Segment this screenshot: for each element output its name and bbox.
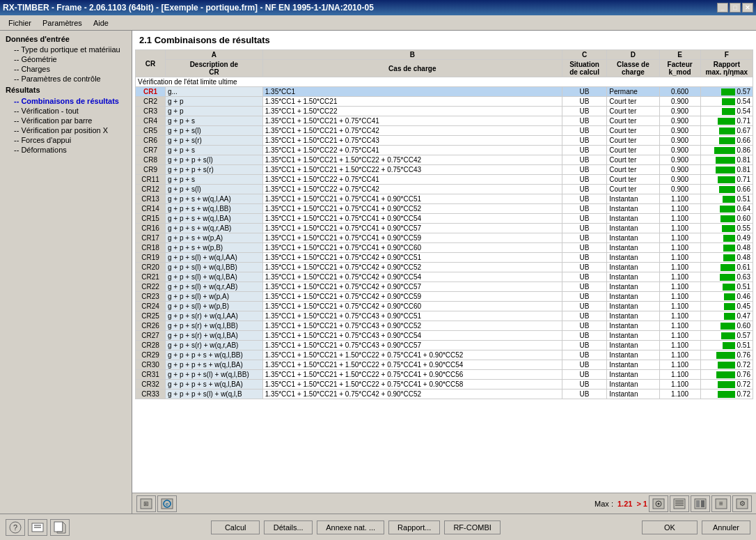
sidebar-item-geometrie[interactable]: -- Géométrie xyxy=(0,54,132,64)
table-row[interactable]: CR32g + p + p + s + w(q,l,BA)1.35*CC1 + … xyxy=(136,380,753,389)
table-row[interactable]: CR30g + p + p + s + w(q,l,BA)1.35*CC1 + … xyxy=(136,360,753,370)
cell-facteur: 1.100 xyxy=(659,331,700,341)
menu-aide[interactable]: Aide xyxy=(88,17,114,29)
menu-parametres[interactable]: Paramètres xyxy=(37,17,88,29)
cell-facteur: 0.900 xyxy=(659,155,700,165)
sidebar-item-verification-position[interactable]: -- Vérification par position X xyxy=(0,125,132,135)
cell-cr: CR12 xyxy=(136,185,166,194)
cell-situation: UB xyxy=(562,204,607,214)
maximize-button[interactable]: □ xyxy=(730,3,741,13)
cell-cas: 1.35*CC1 + 1.50*CC22 + 0.75*CC42 xyxy=(262,185,562,194)
table-row[interactable]: CR31g + p + p + s(l) + w(q,l,BB)1.35*CC1… xyxy=(136,370,753,380)
table-row[interactable]: CR22g + p + s(l) + w(q,r,AB)1.35*CC1 + 1… xyxy=(136,282,753,292)
cell-situation: UB xyxy=(562,272,607,282)
cell-classe: Court ter xyxy=(607,146,659,155)
cell-cr: CR26 xyxy=(136,321,166,331)
table-row[interactable]: CR19g + p + s(l) + w(q,l,AA)1.35*CC1 + 1… xyxy=(136,253,753,263)
table-row[interactable]: CR5g + p + s(l)1.35*CC1 + 1.50*CC21 + 0.… xyxy=(136,126,753,136)
cell-description: g + p + s xyxy=(166,116,263,126)
cell-situation: UB xyxy=(562,97,607,107)
col-letter-b: B xyxy=(262,50,562,60)
rfcombi-button[interactable]: RF-COMBI xyxy=(444,520,500,534)
table-row[interactable]: CR17g + p + s + w(p,A)1.35*CC1 + 1.50*CC… xyxy=(136,233,753,243)
table-row[interactable]: CR27g + p + s(r) + w(q,l,BA)1.35*CC1 + 1… xyxy=(136,331,753,341)
footer-right: Max : 1.21 > 1 ≡ ⚙ xyxy=(594,495,752,512)
sidebar-item-charges[interactable]: -- Charges xyxy=(0,64,132,74)
sidebar-item-verification-barre[interactable]: -- Vérification par barre xyxy=(0,116,132,125)
footer-icon-view4[interactable]: ≡ xyxy=(711,495,731,512)
cell-facteur: 1.100 xyxy=(659,389,700,399)
table-row[interactable]: CR8g + p + p + s(l)1.35*CC1 + 1.50*CC21 … xyxy=(136,155,753,165)
footer-icon-view3[interactable] xyxy=(691,495,710,512)
cell-facteur: 0.900 xyxy=(659,175,700,185)
cell-classe: Instantan xyxy=(607,253,659,263)
table-row[interactable]: CR21g + p + s(l) + w(q,l,BA)1.35*CC1 + 1… xyxy=(136,272,753,282)
rapport-button[interactable]: Rapport... xyxy=(388,520,440,534)
minimize-button[interactable]: _ xyxy=(717,3,728,13)
bottom-icon-3[interactable] xyxy=(50,519,70,536)
sidebar-item-deformations[interactable]: -- Déformations xyxy=(0,145,132,155)
table-container[interactable]: CR A B C D E F Description deCR Cas de c… xyxy=(135,49,753,493)
table-row[interactable]: CR2g + p1.35*CC1 + 1.50*CC21UBCourt ter0… xyxy=(136,97,753,107)
cell-classe: Court ter xyxy=(607,185,659,194)
table-row[interactable]: CR29g + p + p + s + w(q,l,BB)1.35*CC1 + … xyxy=(136,350,753,360)
table-row[interactable]: CR11g + p + s1.35*CC1 + 1.50*CC22 + 0.75… xyxy=(136,175,753,185)
cell-situation: UB xyxy=(562,263,607,272)
table-row[interactable]: CR18g + p + s + w(p,B)1.35*CC1 + 1.50*CC… xyxy=(136,243,753,253)
table-row[interactable]: CR4g + p + s1.35*CC1 + 1.50*CC21 + 0.75*… xyxy=(136,116,753,126)
table-row[interactable]: CR12g + p + s(l)1.35*CC1 + 1.50*CC22 + 0… xyxy=(136,185,753,194)
menu-fichier[interactable]: Fichier xyxy=(3,17,37,29)
table-row[interactable]: CR9g + p + p + s(r)1.35*CC1 + 1.50*CC21 … xyxy=(136,165,753,175)
table-row[interactable]: CR33g + p + p + s(l) + w(q,l,B1.35*CC1 +… xyxy=(136,389,753,399)
table-row[interactable]: CR24g + p + s(l) + w(p,B)1.35*CC1 + 1.50… xyxy=(136,302,753,311)
table-row[interactable]: CR20g + p + s(l) + w(q,l,BB)1.35*CC1 + 1… xyxy=(136,263,753,272)
footer-icon-view1[interactable] xyxy=(649,495,668,512)
footer-icon-settings[interactable]: ⚙ xyxy=(732,495,752,512)
cell-situation: UB xyxy=(562,107,607,116)
bottom-icon-2[interactable] xyxy=(28,519,47,536)
table-row[interactable]: CR13g + p + s + w(q,l,AA)1.35*CC1 + 1.50… xyxy=(136,194,753,204)
sidebar-item-combinaisons[interactable]: -- Combinaisons de résultats xyxy=(0,96,132,106)
sidebar-item-parametres-controle[interactable]: -- Paramètres de contrôle xyxy=(0,74,132,84)
footer-icon-view2[interactable] xyxy=(670,495,689,512)
sidebar-item-type[interactable]: -- Type du portique et matériiau xyxy=(0,45,132,54)
cell-classe: Court ter xyxy=(607,97,659,107)
footer-icon-1[interactable]: ⊞ xyxy=(136,495,156,512)
cell-rapport: 0.54 xyxy=(700,107,753,116)
table-row[interactable]: CR7g + p + s1.35*CC1 + 1.50*CC22 + 0.75*… xyxy=(136,146,753,155)
table-row[interactable]: CR26g + p + s(r) + w(q,l,BB)1.35*CC1 + 1… xyxy=(136,321,753,331)
table-row[interactable]: CR28g + p + s(r) + w(q,r,AB)1.35*CC1 + 1… xyxy=(136,341,753,350)
cell-cas: 1.35*CC1 + 1.50*CC21 + 0.75*CC41 + 0.90*… xyxy=(262,204,562,214)
cell-description: g + p + s + w(p,B) xyxy=(166,243,263,253)
cell-rapport: 0.81 xyxy=(700,165,753,175)
ok-button[interactable]: OK xyxy=(642,520,698,534)
sidebar-item-verification-tout[interactable]: -- Vérification - tout xyxy=(0,106,132,116)
cell-situation: UB xyxy=(562,253,607,263)
table-row[interactable]: CR23g + p + s(l) + w(p,A)1.35*CC1 + 1.50… xyxy=(136,292,753,302)
cell-cr: CR9 xyxy=(136,165,166,175)
svg-rect-14 xyxy=(701,500,704,507)
table-row[interactable]: CR15g + p + s + w(q,l,BA)1.35*CC1 + 1.50… xyxy=(136,214,753,224)
annuler-button[interactable]: Annuler xyxy=(702,520,750,534)
table-row[interactable]: CR16g + p + s + w(q,r,AB)1.35*CC1 + 1.50… xyxy=(136,224,753,233)
window-controls[interactable]: _ □ ✕ xyxy=(717,3,753,13)
details-button[interactable]: Détails... xyxy=(264,520,313,534)
table-row[interactable]: CR25g + p + s(r) + w(q,l,AA)1.35*CC1 + 1… xyxy=(136,311,753,321)
bottom-icon-1[interactable]: ? xyxy=(6,519,25,536)
cell-cas: 1.35*CC1 + 1.50*CC21 + 0.75*CC41 + 0.90*… xyxy=(262,243,562,253)
cell-cr: CR30 xyxy=(136,360,166,370)
footer-icon-2[interactable]: e xyxy=(157,495,177,512)
cell-rapport: 0.48 xyxy=(700,253,753,263)
table-row[interactable]: CR3g + p1.35*CC1 + 1.50*CC22UBCourt ter0… xyxy=(136,107,753,116)
table-row[interactable]: CR14g + p + s + w(q,l,BB)1.35*CC1 + 1.50… xyxy=(136,204,753,214)
calcul-button[interactable]: Calcul xyxy=(211,520,260,534)
table-row[interactable]: CR6g + p + s(r)1.35*CC1 + 1.50*CC21 + 0.… xyxy=(136,136,753,146)
table-row[interactable]: CR1g...1.35*CC1UBPermane0.6000.57 xyxy=(136,87,753,97)
close-button[interactable]: ✕ xyxy=(742,3,753,13)
cell-situation: UB xyxy=(562,282,607,292)
cell-facteur: 1.100 xyxy=(659,302,700,311)
cell-description: g + p + p + s(l) xyxy=(166,155,263,165)
annexe-button[interactable]: Annexe nat. ... xyxy=(317,520,384,534)
cell-facteur: 1.100 xyxy=(659,350,700,360)
sidebar-item-forces[interactable]: -- Forces d'appui xyxy=(0,135,132,145)
